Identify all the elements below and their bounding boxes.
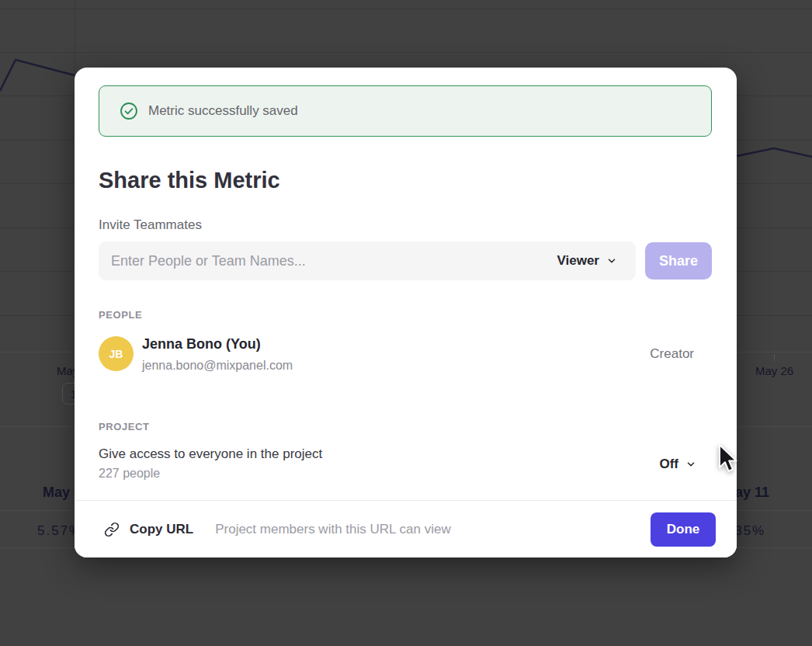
success-toast: Metric successfully saved [99,85,712,137]
invite-people-input[interactable] [99,241,636,280]
member-role: Creator [650,346,694,362]
chart-gridline [0,9,812,9]
member-name: Jenna Bono (You) [142,335,261,353]
link-icon [104,522,120,537]
project-access-title: Give access to everyone in the project [99,446,322,462]
modal-footer: Copy URL Project members with this URL c… [75,500,737,557]
member-email: jenna.bono@mixpanel.com [142,357,293,374]
axis-tick [774,354,775,361]
invite-input-container: Viewer [99,241,636,280]
project-section-heading: PROJECT [99,421,150,432]
x-axis-label-right: May 26 [755,364,793,377]
project-access-dropdown[interactable]: Off [659,457,696,472]
chart-gridline [0,52,812,53]
chevron-down-icon [606,255,617,266]
copy-url-button[interactable]: Copy URL [104,522,193,537]
share-metric-modal: Metric successfully saved Share this Met… [75,68,737,557]
screen: May 5 May 26 1 May 5 May 11 5.57% 5.35% … [0,0,812,646]
role-dropdown-value: Viewer [557,253,599,269]
invite-teammates-label: Invite Teammates [99,217,202,233]
footer-hint: Project members with this URL can view [215,522,451,537]
project-people-count: 227 people [99,467,160,481]
modal-title: Share this Metric [99,166,280,194]
copy-url-label: Copy URL [130,522,193,537]
avatar: JB [99,336,134,371]
check-circle-icon [120,102,138,120]
toast-message: Metric successfully saved [148,103,298,119]
role-dropdown[interactable]: Viewer [557,241,617,280]
avatar-initials: JB [109,348,123,360]
people-section-heading: PEOPLE [99,309,142,321]
chevron-down-icon [685,459,696,470]
done-button[interactable]: Done [651,512,716,547]
project-access-value: Off [659,457,678,472]
share-button[interactable]: Share [645,242,712,280]
